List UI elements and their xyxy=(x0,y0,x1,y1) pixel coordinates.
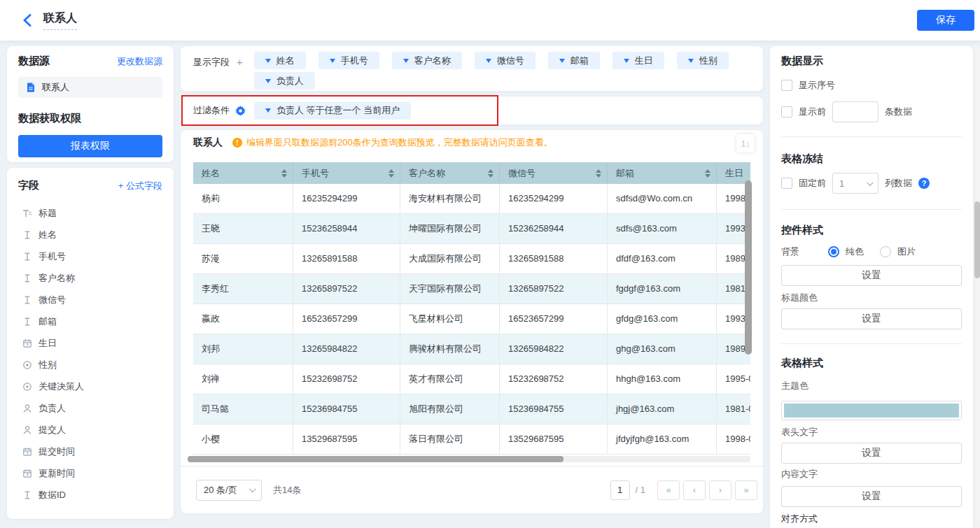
panel-scrollbar[interactable] xyxy=(974,46,980,528)
title-color-set-button[interactable]: 设置 xyxy=(781,308,962,329)
field-item[interactable]: 更新时间 xyxy=(18,462,162,484)
image-radio[interactable] xyxy=(880,246,891,257)
sort-icon[interactable] xyxy=(596,169,601,178)
filter-condition-chip[interactable]: 负责人 等于任意一个 当前用户 xyxy=(254,102,411,120)
field-item-label: 客户名称 xyxy=(38,272,75,285)
sort-order-icon[interactable]: 1↓ xyxy=(736,134,755,152)
table-row[interactable]: 小樱13529687595落日有限公司13529687595jfdyjfgh@1… xyxy=(193,424,750,455)
theme-color-label: 主题色 xyxy=(781,380,962,392)
freeze-count-select[interactable]: 1 xyxy=(832,173,878,194)
display-field-chip[interactable]: 微信号 xyxy=(475,52,536,69)
table-cell: 13265897522 xyxy=(293,274,400,304)
table-horizontal-scrollbar[interactable] xyxy=(188,456,750,462)
sort-icon[interactable] xyxy=(388,169,394,178)
field-item-label: 提交人 xyxy=(38,424,66,436)
display-field-chip[interactable]: 负责人 xyxy=(254,72,315,90)
save-button[interactable]: 保存 xyxy=(917,10,974,31)
prev-page-button[interactable]: ‹ xyxy=(683,480,706,500)
solid-color-radio[interactable] xyxy=(828,246,839,257)
table-cell: 坤曜国际有限公司 xyxy=(400,214,500,243)
add-formula-field-link[interactable]: + 公式字段 xyxy=(118,180,162,192)
header-text-set-button[interactable]: 设置 xyxy=(781,443,962,464)
field-item[interactable]: 数据ID xyxy=(18,484,162,506)
field-item[interactable]: 客户名称 xyxy=(18,267,162,289)
help-icon[interactable]: ? xyxy=(918,178,930,189)
table-row[interactable]: 刘禅15232698752英才有限公司15232698752hhgh@163.c… xyxy=(193,364,750,394)
table-row[interactable]: 李秀红13265897522天宇国际有限公司13265897522fgdgf@1… xyxy=(193,274,750,304)
background-set-button[interactable]: 设置 xyxy=(781,265,962,286)
table-cell: sdfsd@Wo.com.cn xyxy=(608,184,717,213)
display-field-chip[interactable]: 邮箱 xyxy=(548,52,600,69)
table-row[interactable]: 苏漫13265891588大成国际有限公司13265891588dfdf@163… xyxy=(193,244,750,274)
display-field-chip[interactable]: 姓名 xyxy=(254,52,306,69)
column-header[interactable]: 邮箱 xyxy=(608,162,717,184)
add-display-field-button[interactable]: + xyxy=(237,56,243,67)
column-header[interactable]: 客户名称 xyxy=(400,162,500,184)
column-header[interactable]: 手机号 xyxy=(293,162,400,184)
divider xyxy=(781,136,962,137)
field-item[interactable]: 邮箱 xyxy=(18,311,162,332)
chevron-down-icon xyxy=(624,59,629,63)
field-item[interactable]: 手机号 xyxy=(18,245,162,267)
theme-color-swatch[interactable] xyxy=(781,401,962,420)
field-item-label: 性别 xyxy=(38,359,57,371)
field-item[interactable]: 负责人 xyxy=(18,397,162,419)
change-datasource-link[interactable]: 更改数据源 xyxy=(117,55,162,68)
field-item[interactable]: 性别 xyxy=(18,354,162,376)
table-row[interactable]: 司马懿15236984755旭阳有限公司15236984755jhgj@163.… xyxy=(193,394,750,424)
table-cell: 13529687595 xyxy=(293,424,400,454)
field-item[interactable]: 标题 xyxy=(18,202,162,224)
column-header[interactable]: 微信号 xyxy=(500,162,608,184)
show-first-count-input[interactable] xyxy=(832,101,878,122)
table-row[interactable]: 杨莉16235294299海安材料有限公司16235294299sdfsd@Wo… xyxy=(193,184,750,214)
last-page-button[interactable]: » xyxy=(735,480,757,500)
content-text-set-button[interactable]: 设置 xyxy=(781,486,962,507)
table-row[interactable]: 嬴政16523657299飞星材料公司16523657299gfdg@163.c… xyxy=(193,304,750,334)
sort-icon[interactable] xyxy=(488,169,493,178)
gear-icon[interactable] xyxy=(235,106,246,116)
page-size-select[interactable]: 20 条/页 xyxy=(196,480,262,501)
sort-icon[interactable] xyxy=(705,169,710,178)
field-item[interactable]: 微信号 xyxy=(18,289,162,311)
table-cell: 15232698752 xyxy=(293,364,400,394)
field-item-label: 负责人 xyxy=(38,402,66,415)
table-cell: 16523657299 xyxy=(500,304,608,334)
freeze-columns-checkbox[interactable] xyxy=(781,178,792,189)
table-row[interactable]: 刘邦13265984822腾骏材料有限公司13265984822ghg@163.… xyxy=(193,334,750,364)
table-row[interactable]: 王晓15236258944坤曜国际有限公司15236258944sdfs@163… xyxy=(193,214,750,244)
field-item[interactable]: 提交时间 xyxy=(18,441,162,462)
datasource-item[interactable]: 联系人 xyxy=(18,77,162,98)
title-icon xyxy=(22,208,32,218)
report-permission-button[interactable]: 报表权限 xyxy=(18,135,162,157)
first-page-button[interactable]: « xyxy=(657,480,680,500)
option-icon xyxy=(22,360,32,370)
table-cell: 13265891588 xyxy=(500,244,608,273)
chevron-down-icon xyxy=(330,59,335,63)
back-button[interactable] xyxy=(18,12,35,29)
table-cell: dfdf@163.com xyxy=(608,244,717,273)
chevron-left-icon xyxy=(22,14,31,27)
display-field-chip[interactable]: 生日 xyxy=(612,52,664,69)
table-cell: 16235294299 xyxy=(293,184,400,213)
field-item[interactable]: 关键决策人 xyxy=(18,376,162,397)
chevron-down-icon xyxy=(559,59,565,63)
widget-style-title: 控件样式 xyxy=(781,224,962,237)
field-item[interactable]: 姓名 xyxy=(18,224,162,245)
chevron-down-icon xyxy=(486,59,491,63)
table-vertical-scrollbar[interactable] xyxy=(745,180,752,355)
date-icon xyxy=(22,447,32,457)
field-item[interactable]: 提交人 xyxy=(18,419,162,441)
field-item-label: 手机号 xyxy=(38,250,66,263)
show-first-checkbox[interactable] xyxy=(781,106,792,117)
display-field-chip[interactable]: 客户名称 xyxy=(392,52,462,69)
display-field-chip[interactable]: 性别 xyxy=(677,52,729,69)
field-item[interactable]: 生日 xyxy=(18,332,162,354)
next-page-button[interactable]: › xyxy=(709,480,732,500)
display-field-chip[interactable]: 手机号 xyxy=(318,52,379,69)
column-header[interactable]: 姓名 xyxy=(193,162,293,184)
show-index-checkbox[interactable] xyxy=(781,80,792,91)
image-label: 图片 xyxy=(897,245,916,258)
page-number-input[interactable] xyxy=(610,480,630,500)
sort-icon[interactable] xyxy=(281,169,287,178)
header-text-label: 表头文字 xyxy=(781,426,962,438)
